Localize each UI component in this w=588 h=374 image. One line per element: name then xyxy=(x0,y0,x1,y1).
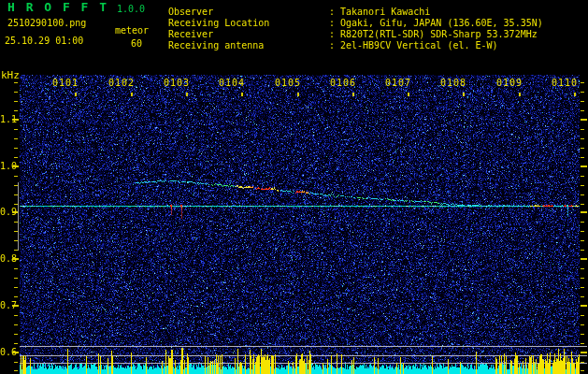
y-tick-label: 0.9 xyxy=(0,207,13,217)
app-version: 1.0.0 xyxy=(117,4,145,14)
info-row-antenna: Receiving antenna : 2el-HB9CV Vertical (… xyxy=(168,40,498,50)
mode-label: meteor xyxy=(115,25,149,36)
x-tick-label: 0110 xyxy=(552,78,578,88)
info-value: R820T2(RTL-SDR) SDR-Sharp 53.372MHz xyxy=(340,29,538,39)
y-tick-label: 1.0 xyxy=(0,161,13,171)
info-row-receiver: Receiver : R820T2(RTL-SDR) SDR-Sharp 53.… xyxy=(168,29,538,39)
x-tick-label: 0107 xyxy=(385,78,411,88)
x-tick-label: 0105 xyxy=(275,78,301,88)
info-value: Ogaki, Gifu, JAPAN (136.60E, 35.35N) xyxy=(340,18,543,28)
info-row-location: Receiving Location : Ogaki, Gifu, JAPAN … xyxy=(168,18,543,28)
info-value: Takanori Kawachi xyxy=(340,7,430,17)
y-tick-label: 0.7 xyxy=(0,300,13,310)
info-separator: : xyxy=(329,40,340,50)
x-tick-label: 0102 xyxy=(108,78,135,88)
info-row-observer: Observer : Takanori Kawachi xyxy=(168,7,430,17)
x-tick-label: 0108 xyxy=(440,78,466,88)
x-tick-label: 0106 xyxy=(330,78,356,88)
info-separator: : xyxy=(329,7,340,17)
app-title: H R O F F T xyxy=(7,2,108,12)
datetime-label: 25.10.29 01:00 xyxy=(5,36,83,46)
spectrogram-canvas xyxy=(0,0,588,374)
hrofft-window: H R O F F T 1.0.0 2510290100.png meteor … xyxy=(0,0,588,374)
info-value: 2el-HB9CV Vertical (el. E-W) xyxy=(340,40,498,50)
x-tick-label: 0103 xyxy=(164,78,190,88)
y-tick-label: 1.1 xyxy=(0,114,13,124)
info-label: Observer xyxy=(168,7,329,17)
info-separator: : xyxy=(329,18,340,28)
info-label: Receiver xyxy=(168,29,329,39)
interval-label: 60 xyxy=(131,38,142,49)
x-tick-label: 0104 xyxy=(219,78,245,88)
y-tick-label: 0.8 xyxy=(0,253,13,264)
y-tick-label: 0.6 xyxy=(0,347,13,357)
filename-label: 2510290100.png xyxy=(7,18,86,28)
info-label: Receiving Location xyxy=(168,18,329,28)
x-tick-label: 0101 xyxy=(52,78,79,88)
info-separator: : xyxy=(329,29,340,39)
info-label: Receiving antenna xyxy=(168,40,329,50)
y-axis-unit-label: kHz xyxy=(1,70,20,81)
x-tick-label: 0109 xyxy=(496,78,523,88)
